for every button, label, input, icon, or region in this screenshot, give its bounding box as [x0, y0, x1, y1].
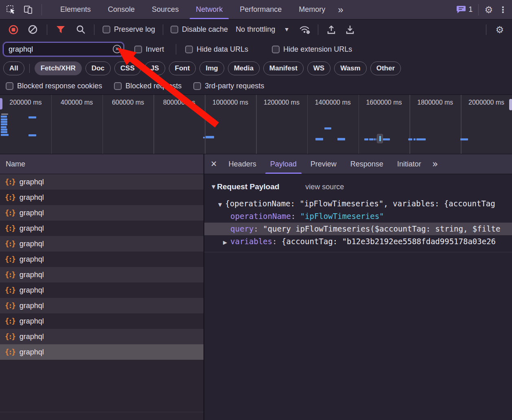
- filter-chip-fetch-xhr[interactable]: Fetch/XHR: [35, 61, 82, 75]
- filter-chip-doc[interactable]: Doc: [85, 61, 111, 75]
- collapse-object-icon[interactable]: ▼: [218, 202, 222, 208]
- hide-extension-urls-checkbox-box[interactable]: [272, 46, 280, 53]
- 3rd-party-requests-label: 3rd-party requests: [205, 82, 264, 90]
- request-name: graphql: [20, 317, 44, 326]
- request-row[interactable]: {:}graphql: [0, 313, 203, 329]
- search-icon[interactable]: [76, 24, 86, 35]
- 3rd-party-requests-checkbox[interactable]: 3rd-party requests: [193, 82, 264, 90]
- hide-data-urls-checkbox[interactable]: Hide data URLs: [185, 45, 248, 54]
- hide-extension-urls-checkbox[interactable]: Hide extension URLs: [272, 45, 352, 54]
- filter-chip-css[interactable]: CSS: [114, 61, 141, 75]
- request-row[interactable]: {:}graphql: [0, 190, 203, 205]
- inspect-element-icon[interactable]: [6, 4, 16, 15]
- device-toolbar-icon[interactable]: [24, 5, 34, 15]
- issues-count[interactable]: 1: [468, 5, 473, 14]
- tab-memory[interactable]: Memory: [290, 0, 334, 19]
- export-har-icon[interactable]: [345, 24, 355, 35]
- filter-chip-media[interactable]: Media: [228, 61, 260, 75]
- request-name: graphql: [20, 332, 44, 341]
- 3rd-party-requests-checkbox-box[interactable]: [193, 82, 201, 90]
- disable-cache-checkbox[interactable]: Disable cache: [171, 25, 228, 34]
- request-row[interactable]: {:}graphql: [0, 344, 203, 360]
- network-settings-gear-icon[interactable]: ⚙: [495, 24, 504, 35]
- toolbar-divider: [94, 24, 94, 35]
- waterfall-bar: [28, 116, 36, 118]
- network-conditions-icon[interactable]: [299, 24, 311, 35]
- tab-performance[interactable]: Performance: [231, 0, 290, 19]
- filter-chip-all[interactable]: All: [3, 61, 24, 75]
- filter-funnel-icon[interactable]: [56, 25, 66, 35]
- filter-chip-manifest[interactable]: Manifest: [263, 61, 304, 75]
- preserve-log-checkbox[interactable]: Preserve log: [103, 25, 155, 34]
- disable-cache-checkbox-box[interactable]: [171, 26, 178, 33]
- waterfall-bar: [315, 138, 323, 140]
- filter-input[interactable]: [3, 42, 124, 56]
- request-row[interactable]: {:}graphql: [0, 236, 203, 252]
- details-tab-headers[interactable]: Headers: [222, 154, 263, 174]
- request-row[interactable]: {:}graphql: [0, 298, 203, 313]
- request-type-chips: AllFetch/XHRDocCSSJSFontImgMediaManifest…: [0, 59, 512, 77]
- hide-data-urls-checkbox-box[interactable]: [185, 46, 193, 53]
- kebab-menu-icon[interactable]: ⋮: [499, 5, 507, 15]
- request-row[interactable]: {:}graphql: [0, 329, 203, 344]
- more-panels-chevron-icon[interactable]: »: [334, 0, 346, 19]
- preserve-log-checkbox-box[interactable]: [103, 26, 110, 33]
- topbar-divider: [42, 4, 42, 15]
- settings-gear-icon[interactable]: ⚙: [484, 4, 493, 15]
- request-payload-section-header[interactable]: ▼ Request Payload view source: [212, 180, 512, 193]
- clear-network-log-icon[interactable]: [28, 24, 38, 35]
- close-details-icon[interactable]: ×: [211, 158, 217, 170]
- issues-message-icon[interactable]: [456, 5, 466, 14]
- request-option-checkboxes: Blocked response cookiesBlocked requests…: [0, 77, 512, 94]
- name-column-header[interactable]: Name: [0, 154, 203, 174]
- toolbar-divider: [163, 24, 163, 35]
- tab-console[interactable]: Console: [99, 0, 143, 19]
- request-row[interactable]: {:}graphql: [0, 282, 203, 298]
- fetch-xhr-icon: {:}: [5, 178, 15, 186]
- details-tab-initiator[interactable]: Initiator: [390, 154, 428, 174]
- throttling-select[interactable]: No throttling ▼: [236, 25, 289, 34]
- blocked-response-cookies-checkbox[interactable]: Blocked response cookies: [6, 82, 102, 90]
- tab-sources[interactable]: Sources: [143, 0, 187, 19]
- payload-summary-line[interactable]: ▼{operationName: "ipFlowTimeseries", var…: [204, 197, 512, 210]
- details-tab-payload[interactable]: Payload: [263, 154, 304, 174]
- selected-request-marker-bar: [379, 136, 381, 141]
- tab-network[interactable]: Network: [187, 0, 231, 19]
- expand-icon[interactable]: ▶: [223, 239, 227, 245]
- payload-entry-operationname[interactable]: operationName: "ipFlowTimeseries": [204, 210, 512, 223]
- payload-entry-variables[interactable]: ▶variables: {accountTag: "b12e3b2192ee55…: [204, 235, 512, 248]
- details-tab-response[interactable]: Response: [344, 154, 390, 174]
- network-filter-row: × Invert Hide data URLs Hide extension U…: [0, 39, 512, 59]
- invert-checkbox-box[interactable]: [134, 46, 142, 53]
- collapse-section-icon[interactable]: ▼: [212, 184, 215, 190]
- blocked-requests-checkbox-box[interactable]: [114, 82, 122, 90]
- filter-chip-font[interactable]: Font: [169, 61, 196, 75]
- request-row[interactable]: {:}graphql: [0, 221, 203, 236]
- filter-chip-wasm[interactable]: Wasm: [334, 61, 366, 75]
- request-row[interactable]: {:}graphql: [0, 252, 203, 267]
- payload-entry-query[interactable]: query: "query ipFlowTimeseries($accountT…: [204, 223, 512, 235]
- filter-chip-js[interactable]: JS: [144, 61, 165, 75]
- request-row[interactable]: {:}graphql: [0, 174, 203, 190]
- invert-checkbox[interactable]: Invert: [134, 45, 164, 54]
- timeline-tick-label: 1600000 ms: [359, 95, 410, 110]
- request-row[interactable]: {:}graphql: [0, 205, 203, 221]
- tab-elements[interactable]: Elements: [52, 0, 99, 19]
- fetch-xhr-icon: {:}: [5, 332, 15, 341]
- timeline-tick-label: 2000000 ms: [461, 95, 512, 110]
- blocked-requests-checkbox[interactable]: Blocked requests: [114, 82, 182, 90]
- filter-chip-other[interactable]: Other: [370, 61, 401, 75]
- view-source-link[interactable]: view source: [305, 183, 344, 191]
- blocked-response-cookies-checkbox-box[interactable]: [6, 82, 13, 90]
- record-network-log-icon[interactable]: [8, 24, 19, 35]
- selected-request-marker[interactable]: [377, 134, 383, 143]
- details-tab-preview[interactable]: Preview: [304, 154, 344, 174]
- clear-filter-icon[interactable]: ×: [113, 45, 121, 53]
- import-har-icon[interactable]: [326, 24, 336, 35]
- filter-chip-img[interactable]: Img: [199, 61, 224, 75]
- more-details-tabs-chevron-icon[interactable]: »: [428, 158, 441, 170]
- network-overview-timeline[interactable]: 200000 ms400000 ms600000 ms800000 ms1000…: [0, 94, 512, 154]
- waterfall-bar: [1, 121, 7, 123]
- filter-chip-ws[interactable]: WS: [307, 61, 330, 75]
- request-row[interactable]: {:}graphql: [0, 267, 203, 282]
